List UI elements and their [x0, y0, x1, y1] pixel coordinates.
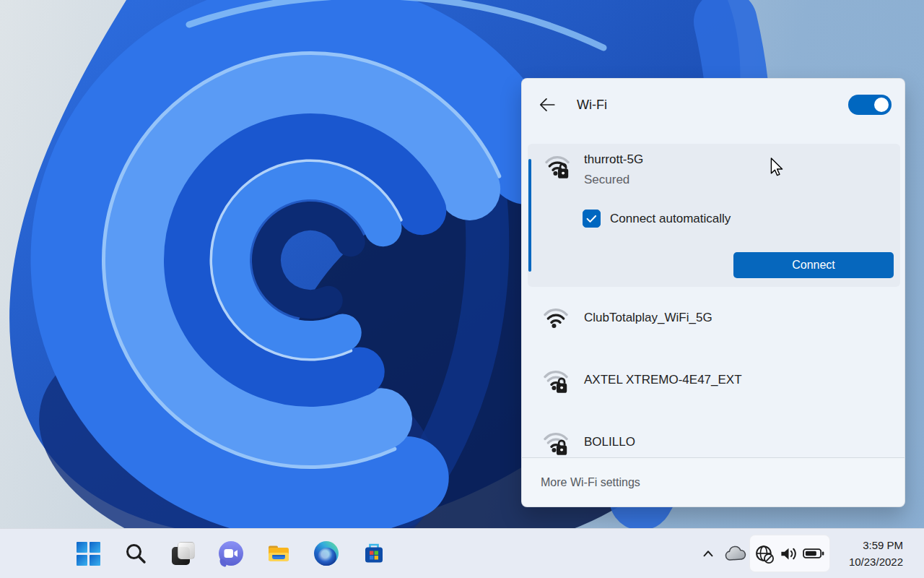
- wifi-flyout-panel: Wi-Fi thurrott-5G Secured: [521, 78, 905, 507]
- checkmark-icon: [585, 212, 598, 225]
- taskbar-clock[interactable]: 3:59 PM 10/23/2022: [849, 537, 903, 570]
- wifi-flyout-footer: More Wi-Fi settings: [522, 457, 905, 506]
- selected-network-name: thurrott-5G: [584, 152, 643, 167]
- clock-time: 3:59 PM: [849, 537, 903, 553]
- wifi-title: Wi-Fi: [577, 98, 607, 113]
- search-icon: [123, 541, 148, 566]
- chat-icon: [219, 541, 243, 566]
- clock-date: 10/23/2022: [849, 553, 903, 570]
- globe-no-internet-icon: [754, 544, 774, 564]
- connect-automatically-row: Connect automatically: [583, 210, 731, 228]
- wifi-toggle-knob: [874, 98, 889, 112]
- more-wifi-settings-link[interactable]: More Wi-Fi settings: [541, 476, 640, 489]
- wifi-toggle[interactable]: [848, 95, 892, 115]
- chevron-up-icon: [700, 545, 716, 561]
- network-name: ClubTotalplay_WiFi_5G: [584, 311, 712, 325]
- taskbar-app-icons: [71, 534, 391, 573]
- selected-network-card[interactable]: thurrott-5G Secured Connect automaticall…: [528, 144, 900, 287]
- wifi-signal-lock-icon: [544, 152, 571, 179]
- wifi-signal-icon: [542, 366, 570, 394]
- back-button[interactable]: [533, 92, 561, 118]
- wifi-signal-icon: [542, 304, 570, 332]
- system-tray: 3:59 PM 10/23/2022: [694, 529, 924, 578]
- edge-icon: [314, 541, 339, 566]
- edge-button[interactable]: [309, 534, 344, 573]
- selection-accent-bar: [528, 159, 531, 272]
- wifi-network-row[interactable]: BOLILLO: [522, 411, 905, 457]
- task-view-button[interactable]: [166, 534, 201, 573]
- file-explorer-button[interactable]: [261, 534, 296, 573]
- volume-icon: [779, 544, 798, 564]
- search-button[interactable]: [118, 534, 153, 573]
- microsoft-store-icon: [362, 541, 386, 566]
- network-name: BOLILLO: [584, 435, 635, 449]
- connect-button[interactable]: Connect: [733, 252, 894, 278]
- back-arrow-icon: [538, 95, 557, 114]
- quick-settings-button[interactable]: [749, 535, 830, 572]
- wifi-flyout-header: Wi-Fi: [522, 79, 905, 131]
- tray-overflow-button[interactable]: [694, 538, 722, 569]
- chat-button[interactable]: [214, 534, 248, 573]
- wifi-network-row[interactable]: ClubTotalplay_WiFi_5G: [522, 287, 905, 349]
- wifi-network-row[interactable]: AXTEL XTREMO-4E47_EXT: [522, 349, 905, 411]
- onedrive-button[interactable]: [722, 538, 749, 569]
- wifi-signal-icon: [542, 428, 570, 456]
- onedrive-cloud-icon: [723, 545, 748, 562]
- wifi-network-list: ClubTotalplay_WiFi_5G AXTEL XTREMO-4E47_…: [522, 287, 905, 457]
- desktop: Wi-Fi thurrott-5G Secured: [0, 0, 924, 578]
- windows-logo-icon: [77, 542, 100, 566]
- file-explorer-icon: [266, 541, 291, 566]
- taskbar: 3:59 PM 10/23/2022: [0, 528, 924, 578]
- connect-automatically-label: Connect automatically: [610, 212, 731, 226]
- selected-network-status: Secured: [584, 173, 629, 187]
- mouse-cursor: [768, 158, 785, 176]
- task-view-icon: [171, 541, 196, 566]
- microsoft-store-button[interactable]: [357, 534, 391, 573]
- network-name: AXTEL XTREMO-4E47_EXT: [584, 373, 742, 387]
- start-button[interactable]: [71, 534, 105, 573]
- battery-icon: [803, 547, 824, 560]
- connect-automatically-checkbox[interactable]: [583, 210, 601, 228]
